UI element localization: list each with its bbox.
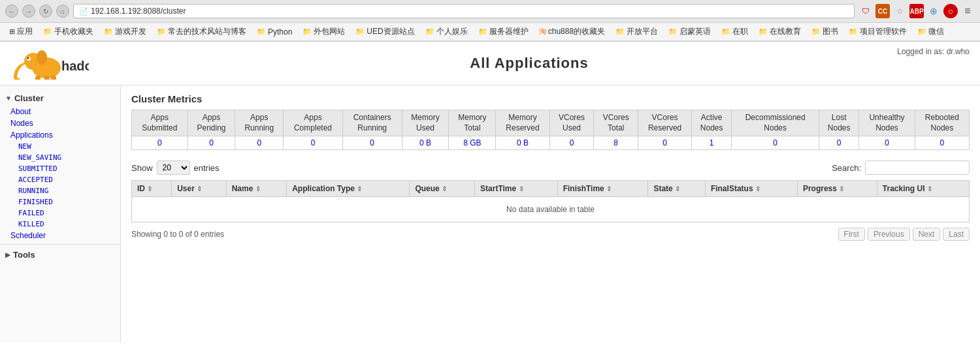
bookmark-waibao[interactable]: 📁 外包网站 bbox=[299, 25, 349, 38]
url-bar[interactable]: 📄 192.168.1.192:8088/cluster bbox=[73, 4, 855, 18]
folder-icon-1: 📁 bbox=[43, 27, 52, 36]
bookmark-shouji[interactable]: 📁 手机收藏夹 bbox=[39, 25, 97, 38]
val-memory-total[interactable]: 8 GB bbox=[449, 136, 496, 150]
show-label: Show bbox=[131, 163, 153, 173]
val-decommissioned-nodes[interactable]: 0 bbox=[732, 136, 819, 150]
table-footer: Showing 0 to 0 of 0 entries First Previo… bbox=[131, 228, 970, 241]
cluster-section: ▼ Cluster About Nodes Applications NEW N… bbox=[0, 91, 120, 241]
sidebar-item-scheduler[interactable]: Scheduler bbox=[0, 230, 120, 241]
apps-col-type[interactable]: Application Type ⇕ bbox=[287, 181, 410, 197]
folder-icon-16: 📁 bbox=[917, 27, 926, 36]
cluster-section-header[interactable]: ▼ Cluster bbox=[0, 91, 120, 106]
col-apps-pending: AppsPending bbox=[188, 110, 235, 136]
star-icon[interactable]: ☆ bbox=[892, 4, 907, 18]
folder-icon-3: 📁 bbox=[157, 27, 166, 36]
svg-rect-7 bbox=[51, 76, 56, 80]
cluster-metrics-table: AppsSubmitted AppsPending AppsRunning Ap… bbox=[131, 110, 970, 150]
sidebar-item-nodes[interactable]: Nodes bbox=[0, 117, 120, 129]
bookmark-tushu[interactable]: 📁 图书 bbox=[808, 25, 842, 38]
bookmark-weixin[interactable]: 📁 微信 bbox=[913, 25, 948, 38]
val-vcores-total[interactable]: 8 bbox=[594, 136, 638, 150]
app-container: hadoop All Applications Logged in as: dr… bbox=[0, 42, 980, 343]
val-active-nodes[interactable]: 1 bbox=[692, 136, 732, 150]
folder-icon-7: 📁 bbox=[425, 27, 434, 36]
home-button[interactable]: ⌂ bbox=[56, 5, 69, 18]
apps-col-name[interactable]: Name ⇕ bbox=[226, 181, 287, 197]
col-vcores-used: VCoresUsed bbox=[549, 110, 594, 136]
folder-icon-13: 📁 bbox=[759, 27, 768, 36]
content-area: Cluster Metrics AppsSubmitted AppsPendin… bbox=[121, 85, 980, 343]
bookmark-xiangmu[interactable]: 📁 项目管理软件 bbox=[845, 25, 911, 38]
folder-icon-8: 📁 bbox=[478, 27, 487, 36]
apps-col-progress[interactable]: Progress ⇕ bbox=[797, 181, 877, 197]
sidebar-subitem-new-saving[interactable]: NEW_SAVING bbox=[0, 152, 120, 163]
bookmark-python[interactable]: 📁 Python bbox=[253, 26, 296, 38]
apps-col-finalstatus[interactable]: FinalStatus ⇕ bbox=[705, 181, 797, 197]
tools-section-header[interactable]: ▶ Tools bbox=[0, 247, 120, 262]
sidebar: ▼ Cluster About Nodes Applications NEW N… bbox=[0, 85, 121, 343]
val-apps-running[interactable]: 0 bbox=[235, 136, 284, 150]
menu-icon[interactable]: ≡ bbox=[960, 4, 975, 18]
val-memory-used[interactable]: 0 B bbox=[402, 136, 449, 150]
bookmark-zaizhi[interactable]: 📁 在职 bbox=[717, 25, 752, 38]
tools-section: ▶ Tools bbox=[0, 247, 120, 262]
forward-button[interactable]: → bbox=[22, 5, 35, 18]
bookmark-label-16: 微信 bbox=[928, 26, 944, 37]
apps-col-id[interactable]: ID ⇕ bbox=[132, 181, 172, 197]
page-icon: 📄 bbox=[79, 7, 88, 16]
sidebar-subitem-finished[interactable]: FINISHED bbox=[0, 196, 120, 207]
apps-grid-icon: ⊞ bbox=[9, 27, 15, 36]
val-memory-reserved[interactable]: 0 B bbox=[496, 136, 549, 150]
previous-button[interactable]: Previous bbox=[868, 228, 910, 241]
apps-col-starttime[interactable]: StartTime ⇕ bbox=[475, 181, 558, 197]
bookmark-server[interactable]: 📁 服务器维护 bbox=[474, 25, 532, 38]
bookmark-taobao[interactable]: 淘 chu888的收藏夹 bbox=[535, 25, 609, 38]
bookmark-ued[interactable]: 📁 UED资源站点 bbox=[351, 25, 418, 38]
logged-in-text: Logged in as: dr.who bbox=[897, 47, 970, 56]
apps-col-queue[interactable]: Queue ⇕ bbox=[410, 181, 475, 197]
last-button[interactable]: Last bbox=[943, 228, 970, 241]
sidebar-subitem-submitted[interactable]: SUBMITTED bbox=[0, 163, 120, 174]
sidebar-item-applications[interactable]: Applications bbox=[0, 129, 120, 141]
val-vcores-reserved[interactable]: 0 bbox=[638, 136, 692, 150]
col-memory-used: MemoryUsed bbox=[402, 110, 449, 136]
sidebar-subitem-accepted[interactable]: ACCEPTED bbox=[0, 174, 120, 185]
sidebar-item-about[interactable]: About bbox=[0, 106, 120, 117]
bookmark-yule[interactable]: 📁 个人娱乐 bbox=[421, 25, 472, 38]
apps-col-finishtime[interactable]: FinishTime ⇕ bbox=[557, 181, 648, 197]
refresh-button[interactable]: ↻ bbox=[39, 5, 52, 18]
starttime-sort-icon: ⇕ bbox=[519, 185, 524, 192]
bookmark-label-6: UED资源站点 bbox=[367, 26, 414, 37]
bookmark-youxi[interactable]: 📁 游戏开发 bbox=[100, 25, 150, 38]
showing-text: Showing 0 to 0 of 0 entries bbox=[131, 230, 224, 239]
bookmark-zaixian[interactable]: 📁 在线教育 bbox=[755, 25, 805, 38]
apps-col-user[interactable]: User ⇕ bbox=[172, 181, 226, 197]
sidebar-subitem-new[interactable]: NEW bbox=[0, 141, 120, 152]
bookmark-jishu[interactable]: 📁 常去的技术风站与博客 bbox=[153, 25, 250, 38]
sidebar-subitem-running[interactable]: RUNNING bbox=[0, 185, 120, 196]
pagination-buttons: First Previous Next Last bbox=[838, 228, 970, 241]
val-apps-submitted[interactable]: 0 bbox=[132, 136, 188, 150]
apps-button[interactable]: ⊞ 应用 bbox=[5, 25, 37, 38]
search-input[interactable] bbox=[865, 161, 970, 175]
val-unhealthy-nodes[interactable]: 0 bbox=[859, 136, 915, 150]
val-containers-running[interactable]: 0 bbox=[342, 136, 402, 150]
bookmark-label-12: 在职 bbox=[732, 26, 748, 37]
val-lost-nodes[interactable]: 0 bbox=[819, 136, 859, 150]
val-apps-completed[interactable]: 0 bbox=[284, 136, 343, 150]
bookmark-kaifang[interactable]: 📁 开放平台 bbox=[612, 25, 662, 38]
apps-col-tracking[interactable]: Tracking UI ⇕ bbox=[877, 181, 969, 197]
sidebar-subitem-failed[interactable]: FAILED bbox=[0, 207, 120, 219]
val-vcores-used[interactable]: 0 bbox=[549, 136, 594, 150]
id-sort-icon: ⇕ bbox=[147, 185, 152, 192]
entries-select[interactable]: 20 50 100 bbox=[157, 161, 190, 175]
val-rebooted-nodes[interactable]: 0 bbox=[915, 136, 969, 150]
back-button[interactable]: ← bbox=[5, 5, 18, 18]
sidebar-subitem-killed[interactable]: KILLED bbox=[0, 219, 120, 230]
val-apps-pending[interactable]: 0 bbox=[188, 136, 235, 150]
next-button[interactable]: Next bbox=[913, 228, 941, 241]
first-button[interactable]: First bbox=[838, 228, 865, 241]
col-rebooted-nodes: RebootedNodes bbox=[915, 110, 969, 136]
apps-col-state[interactable]: State ⇕ bbox=[648, 181, 705, 197]
bookmark-qimeng[interactable]: 📁 启蒙英语 bbox=[664, 25, 715, 38]
